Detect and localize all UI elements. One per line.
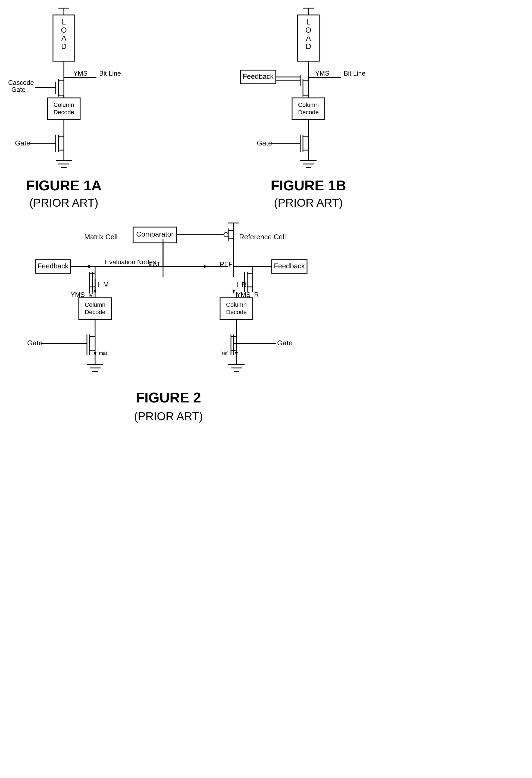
fig1a-label: FIGURE 1A xyxy=(26,177,101,193)
feedback-text-right-f2: Feedback xyxy=(274,262,305,270)
fig1a-sublabel: (PRIOR ART) xyxy=(29,196,98,209)
load-text-1b-d: D xyxy=(306,42,311,51)
bit-line-label-1b: Bit Line xyxy=(344,70,365,77)
yms-label-1b: YMS xyxy=(315,70,329,77)
load-text-1b-o: O xyxy=(305,26,312,34)
fig2-sublabel: (PRIOR ART) xyxy=(134,410,203,422)
reference-cell-label-f2: Reference Cell xyxy=(239,233,286,241)
load-text-1b-a: A xyxy=(306,34,311,43)
bit-line-label-1a: Bit Line xyxy=(99,70,121,77)
cascode-gate-label-1a: Cascode xyxy=(8,79,34,86)
gate-label-1b: Gate xyxy=(257,139,272,147)
eval-nodes-label-f2: Evaluation Nodes xyxy=(105,258,156,266)
eval-arrow-right-f2 xyxy=(204,265,209,268)
load-text-1b: L xyxy=(306,18,311,26)
feedback-text-1b: Feedback xyxy=(243,72,274,80)
ir-arrow-f2 xyxy=(232,290,235,294)
feedback-text-left-f2: Feedback xyxy=(37,262,69,270)
im-label-f2: I_M xyxy=(98,281,109,288)
right-pmos-circle-f2 xyxy=(224,233,228,237)
comparator-text-f2: Comparator xyxy=(136,230,174,238)
gate-label-1a: Gate xyxy=(15,139,30,147)
col-decode-text1-1a: Column xyxy=(54,101,74,108)
col-decode-text2-1b: Decode xyxy=(298,109,319,115)
cascode-gate-label2-1a: Gate xyxy=(11,86,25,93)
col-decode-text2-right-f2: Decode xyxy=(226,309,247,315)
fig1b-label: FIGURE 1B xyxy=(271,177,346,193)
ref-label-f2: REF xyxy=(219,260,233,268)
diagram-svg: L O A D YMS Bit Line Column Decode Gate … xyxy=(0,0,532,778)
load-text-1a: L xyxy=(62,18,66,26)
col-decode-text2-1a: Decode xyxy=(54,109,74,115)
gate-label-left-f2: Gate xyxy=(27,339,42,347)
col-decode-text1-right-f2: Column xyxy=(226,301,247,308)
col-decode-text1-left-f2: Column xyxy=(85,301,105,308)
fig1b-sublabel: (PRIOR ART) xyxy=(274,196,343,209)
gate-label-right-f2: Gate xyxy=(277,339,292,347)
matrix-cell-label-f2: Matrix Cell xyxy=(84,233,118,241)
imat-label-f2: Imat xyxy=(97,347,107,356)
ir-label-f2: I_R xyxy=(236,281,247,288)
fig2-label: FIGURE 2 xyxy=(136,390,201,405)
load-text-1a-o: O xyxy=(61,26,67,34)
yms-label-1a: YMS xyxy=(73,70,87,77)
yms-m-label-f2: YMS_M xyxy=(71,291,94,298)
load-text-1a-a: A xyxy=(62,34,67,43)
page: L O A D YMS Bit Line Column Decode Gate … xyxy=(0,0,532,778)
load-text-1a-d: D xyxy=(61,42,67,51)
iref-label-f2: Iref xyxy=(220,347,228,356)
col-decode-text2-left-f2: Decode xyxy=(85,309,105,315)
yms-r-label-f2: YMS_R xyxy=(236,291,259,298)
col-decode-text1-1b: Column xyxy=(298,101,319,108)
